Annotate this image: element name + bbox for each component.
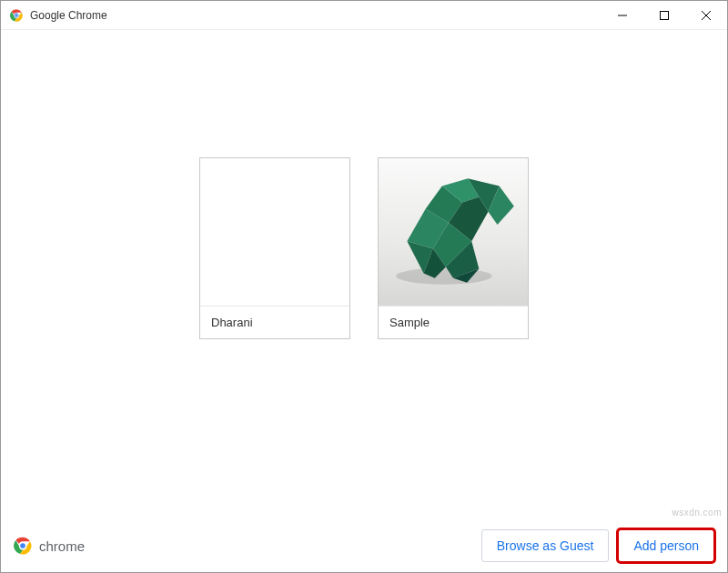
profile-card[interactable]: Dharani	[199, 157, 350, 339]
profile-chooser: Dharani	[1, 30, 727, 519]
window-controls	[602, 1, 727, 29]
add-person-button[interactable]: Add person	[618, 529, 714, 562]
profile-avatar-origami-dragon	[379, 158, 528, 306]
window-title: Google Chrome	[30, 9, 602, 22]
window-close-button[interactable]	[685, 1, 727, 29]
window-minimize-button[interactable]	[602, 1, 643, 29]
window-maximize-button[interactable]	[643, 1, 685, 29]
profile-name: Dharani	[200, 306, 349, 338]
svg-point-23	[20, 543, 25, 548]
window-titlebar: Google Chrome	[1, 1, 727, 30]
chrome-logo-icon	[14, 537, 32, 555]
watermark-text: wsxdn.com	[672, 508, 722, 518]
svg-rect-6	[661, 11, 669, 19]
browse-as-guest-button[interactable]: Browse as Guest	[481, 529, 610, 562]
chrome-logo-icon	[10, 9, 23, 22]
svg-point-4	[15, 14, 18, 16]
footer: chrome Browse as Guest Add person	[1, 519, 727, 572]
profile-name: Sample	[379, 306, 528, 338]
profile-card[interactable]: Sample	[378, 157, 529, 339]
chrome-brand-text: chrome	[39, 538, 85, 554]
profile-avatar-blank	[200, 158, 349, 306]
